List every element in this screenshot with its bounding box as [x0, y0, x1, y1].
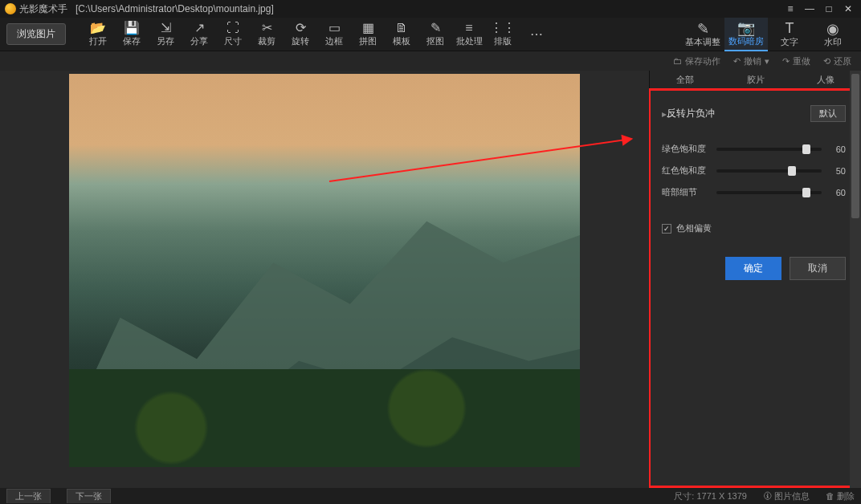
slider-value: 50 [828, 166, 846, 176]
slider-track[interactable] [716, 148, 822, 151]
redo[interactable]: ↷重做 [782, 55, 810, 67]
app-name: 光影魔术手 [19, 2, 67, 16]
slider-value: 60 [828, 144, 846, 154]
undo[interactable]: ↶撤销▾ [733, 55, 769, 67]
ok-button[interactable]: 确定 [725, 257, 781, 280]
保存-icon: 💾 [124, 21, 140, 35]
file-path: [C:\Users\Administrator\Desktop\mountain… [75, 3, 274, 14]
tool-另存[interactable]: ⇲另存 [149, 18, 182, 51]
tool-打开[interactable]: 📂打开 [82, 18, 114, 51]
tool-批处理[interactable]: ≡批处理 [453, 18, 485, 51]
slider-红色饱和度: 红色饱和度50 [662, 165, 846, 177]
browse-button[interactable]: 浏览图片 [6, 23, 66, 45]
slider-thumb[interactable] [802, 144, 810, 154]
slider-暗部细节: 暗部细节60 [662, 186, 846, 198]
旋转-icon: ⟳ [296, 21, 306, 35]
tool-尺寸[interactable]: ⛶尺寸 [217, 18, 249, 51]
tool-分享[interactable]: ↗分享 [183, 18, 215, 51]
image-canvas [69, 74, 580, 467]
打开-icon: 📂 [90, 21, 106, 35]
minimize-icon[interactable]: — [802, 2, 818, 15]
app-icon [5, 3, 16, 14]
slider-label: 红色饱和度 [662, 165, 710, 177]
default-button[interactable]: 默认 [810, 105, 846, 122]
tool-拼图[interactable]: ▦拼图 [352, 18, 384, 51]
slider-track[interactable] [716, 191, 822, 194]
slider-value: 60 [828, 188, 846, 197]
slider-thumb[interactable] [802, 188, 810, 197]
maximize-icon[interactable]: □ [821, 2, 837, 15]
批处理-icon: ≡ [465, 21, 472, 35]
checkbox-label: 色相偏黄 [676, 222, 712, 234]
image-info-btn[interactable]: 🛈 图片信息 [763, 490, 810, 502]
hue-yellow-checkbox[interactable]: ✓ [662, 224, 671, 234]
分享-icon: ↗ [194, 21, 205, 35]
抠图-icon: ✎ [430, 21, 441, 35]
slider-绿色饱和度: 绿色饱和度60 [662, 143, 846, 155]
slider-label: 绿色饱和度 [662, 143, 710, 155]
tool-保存[interactable]: 💾保存 [116, 18, 148, 51]
restore[interactable]: ⟲还原 [823, 55, 851, 67]
more-icon: ⋯ [530, 27, 543, 42]
边框-icon: ▭ [328, 21, 341, 35]
save-action[interactable]: 🗀保存动作 [673, 55, 720, 67]
tool-排版[interactable]: ⋮⋮排版 [487, 18, 519, 51]
mode-tab-水印[interactable]: ◉水印 [811, 18, 855, 51]
排版-icon: ⋮⋮ [490, 21, 516, 35]
section-title: 反转片负冲 [667, 107, 810, 120]
delete-btn[interactable]: 🗑 删除 [826, 490, 855, 502]
actionbar: 🗀保存动作 ↶撤销▾ ↷重做 ⟲还原 [0, 51, 861, 71]
模板-icon: 🗎 [395, 21, 408, 35]
tool-裁剪[interactable]: ✂裁剪 [251, 18, 283, 51]
拼图-icon: ▦ [362, 21, 374, 35]
mode-tab-基本调整[interactable]: ✎基本调整 [681, 18, 724, 51]
mode-icon: ◉ [826, 20, 839, 36]
toolbar: 浏览图片 📂打开💾保存⇲另存↗分享⛶尺寸✂裁剪⟳旋转▭边框▦拼图🗎模板✎抠图≡批… [0, 18, 861, 51]
slider-label: 暗部细节 [662, 186, 710, 198]
mode-icon: 📷 [737, 19, 755, 35]
tool-抠图[interactable]: ✎抠图 [419, 18, 451, 51]
mode-tab-文字[interactable]: T文字 [768, 18, 811, 51]
尺寸-icon: ⛶ [226, 21, 239, 35]
vertical-scrollbar[interactable] [850, 71, 861, 488]
side-panel: 全部胶片人像 ▸ 反转片负冲 默认 绿色饱和度60红色饱和度50暗部细节60 ✓… [649, 71, 861, 488]
另存-icon: ⇲ [161, 21, 171, 35]
statusbar: 上一张 下一张 尺寸: 1771 X 1379 🛈 图片信息 🗑 删除 [0, 488, 861, 504]
tool-模板[interactable]: 🗎模板 [386, 18, 418, 51]
sub-tab-全部[interactable]: 全部 [650, 71, 720, 89]
slider-track[interactable] [716, 169, 822, 173]
canvas-area[interactable] [0, 71, 649, 488]
close-icon[interactable]: ✕ [840, 2, 856, 15]
slider-thumb[interactable] [788, 166, 796, 176]
dimensions: 尺寸: 1771 X 1379 [674, 490, 747, 502]
tool-旋转[interactable]: ⟳旋转 [284, 18, 316, 51]
settings-icon[interactable]: ≡ [782, 2, 798, 15]
sub-tab-胶片[interactable]: 胶片 [720, 71, 791, 89]
tool-more[interactable]: ⋯ [520, 18, 553, 51]
tool-边框[interactable]: ▭边框 [318, 18, 350, 51]
next-button[interactable]: 下一张 [67, 489, 111, 503]
prev-button[interactable]: 上一张 [6, 489, 51, 503]
cancel-button[interactable]: 取消 [790, 257, 846, 280]
mode-icon: T [786, 20, 794, 36]
mode-tab-数码暗房[interactable]: 📷数码暗房 [724, 18, 768, 51]
裁剪-icon: ✂ [262, 21, 272, 35]
titlebar: 光影魔术手 [C:\Users\Administrator\Desktop\mo… [0, 0, 861, 18]
mode-icon: ✎ [697, 20, 709, 36]
